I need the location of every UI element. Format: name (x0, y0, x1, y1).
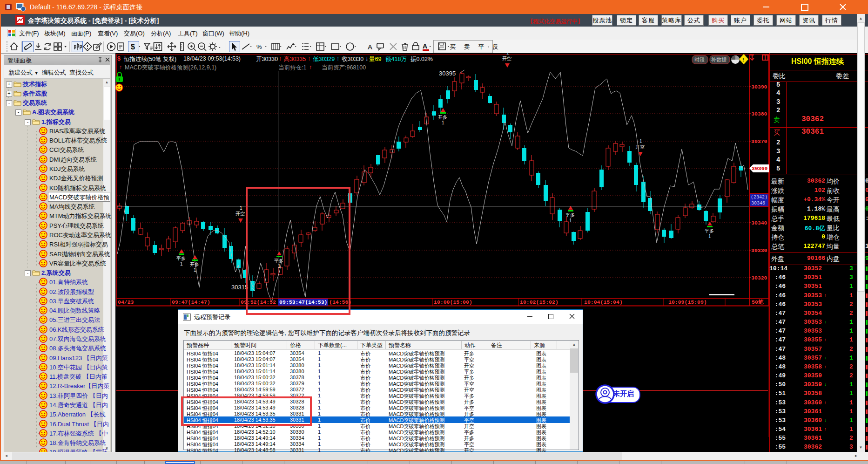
svg-text:1: 1 (569, 218, 572, 223)
svg-text:平多: 平多 (705, 228, 714, 233)
svg-text:30380: 30380 (751, 111, 767, 117)
svg-text:开空: 开空 (635, 144, 645, 150)
svg-text:开多: 开多 (438, 115, 447, 120)
svg-text:04/23: 04/23 (118, 299, 134, 305)
svg-text:30320: 30320 (751, 275, 767, 281)
svg-text:30360: 30360 (752, 165, 768, 171)
svg-text:A: A (368, 43, 372, 51)
svg-text:1: 1 (639, 139, 642, 144)
svg-text:!: ! (742, 57, 744, 62)
svg-text:A: A (423, 42, 427, 50)
svg-text:平多: 平多 (176, 256, 186, 261)
svg-text:30390: 30390 (751, 84, 767, 90)
svg-text:1: 1 (180, 261, 183, 266)
svg-text:10:09(15:09): 10:09(15:09) (668, 299, 707, 305)
svg-text:1: 1 (442, 120, 444, 125)
svg-text:30370: 30370 (751, 138, 767, 144)
svg-text:$: $ (131, 43, 135, 51)
svg-text:30346: 30346 (751, 201, 765, 206)
svg-text:30330: 30330 (751, 247, 767, 253)
svg-text:开空: 开空 (236, 211, 245, 216)
svg-text:30395: 30395 (439, 70, 456, 77)
svg-text:1: 1 (194, 267, 196, 273)
svg-text:(2342): (2342) (751, 195, 767, 200)
svg-text:09:47(14:47): 09:47(14:47) (172, 299, 210, 305)
svg-text:补数据: 补数据 (711, 57, 727, 62)
svg-text:10:00(15:00): 10:00(15:00) (434, 299, 472, 305)
svg-text:%: % (256, 43, 262, 50)
svg-text:平多: 平多 (565, 212, 575, 218)
svg-text:1: 1 (240, 205, 242, 211)
svg-text:开多: 开多 (190, 262, 199, 267)
svg-text:1: 1 (708, 234, 711, 239)
svg-text:10:02(15:02): 10:02(15:02) (520, 299, 558, 305)
svg-text:1: 1 (506, 53, 509, 55)
svg-text:30340: 30340 (751, 220, 767, 226)
svg-text:时段: 时段 (694, 57, 705, 62)
svg-text:50笔: 50笔 (752, 299, 764, 305)
svg-text:10:04(15:04): 10:04(15:04) (584, 299, 623, 305)
svg-text:开空: 开空 (502, 56, 511, 61)
